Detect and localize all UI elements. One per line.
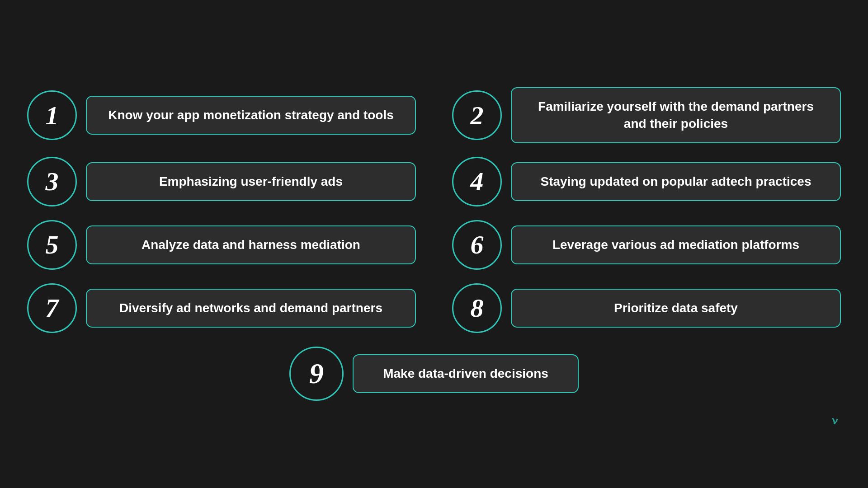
- number-circle-9: 9: [289, 347, 344, 401]
- label-box-9: Make data-driven decisions: [353, 354, 579, 393]
- list-item-6: 6 Leverage various ad mediation platform…: [452, 220, 841, 270]
- number-6: 6: [471, 230, 484, 260]
- number-circle-7: 7: [27, 283, 77, 333]
- number-8: 8: [471, 293, 484, 323]
- list-item-9: 9 Make data-driven decisions: [27, 347, 841, 401]
- number-3: 3: [46, 166, 59, 197]
- label-box-3: Emphasizing user-friendly ads: [86, 162, 416, 201]
- number-circle-3: 3: [27, 157, 77, 206]
- number-5: 5: [46, 230, 59, 260]
- number-circle-2: 2: [452, 90, 502, 140]
- label-box-7: Diversify ad networks and demand partner…: [86, 289, 416, 328]
- label-text-1: Know your app monetization strategy and …: [108, 107, 394, 124]
- number-circle-8: 8: [452, 283, 502, 333]
- number-circle-6: 6: [452, 220, 502, 270]
- list-item-4: 4 Staying updated on popular adtech prac…: [452, 157, 841, 206]
- list-item-8: 8 Prioritize data safety: [452, 283, 841, 333]
- label-box-6: Leverage various ad mediation platforms: [511, 225, 841, 264]
- list-item-5: 5 Analyze data and harness mediation: [27, 220, 416, 270]
- label-text-6: Leverage various ad mediation platforms: [552, 236, 799, 253]
- number-circle-4: 4: [452, 157, 502, 206]
- list-item-7: 7 Diversify ad networks and demand partn…: [27, 283, 416, 333]
- number-2: 2: [471, 100, 484, 131]
- number-9: 9: [309, 357, 324, 390]
- main-container: 1 Know your app monetization strategy an…: [27, 69, 841, 419]
- label-box-8: Prioritize data safety: [511, 289, 841, 328]
- label-text-4: Staying updated on popular adtech practi…: [541, 173, 811, 190]
- logo-mark: 𝓿: [831, 413, 836, 428]
- label-text-2: Familiarize yourself with the demand par…: [525, 98, 826, 132]
- label-box-4: Staying updated on popular adtech practi…: [511, 162, 841, 201]
- label-text-7: Diversify ad networks and demand partner…: [119, 300, 382, 317]
- label-box-2: Familiarize yourself with the demand par…: [511, 87, 841, 143]
- label-box-5: Analyze data and harness mediation: [86, 225, 416, 264]
- label-text-8: Prioritize data safety: [614, 300, 738, 317]
- number-7: 7: [46, 293, 59, 323]
- list-item-3: 3 Emphasizing user-friendly ads: [27, 157, 416, 206]
- list-item-2: 2 Familiarize yourself with the demand p…: [452, 87, 841, 143]
- label-box-1: Know your app monetization strategy and …: [86, 96, 416, 135]
- number-circle-1: 1: [27, 90, 77, 140]
- list-item-1: 1 Know your app monetization strategy an…: [27, 87, 416, 143]
- number-1: 1: [46, 100, 59, 131]
- number-circle-5: 5: [27, 220, 77, 270]
- number-4: 4: [471, 166, 484, 197]
- label-text-9: Make data-driven decisions: [383, 365, 548, 382]
- label-text-5: Analyze data and harness mediation: [142, 236, 360, 253]
- label-text-3: Emphasizing user-friendly ads: [159, 173, 343, 190]
